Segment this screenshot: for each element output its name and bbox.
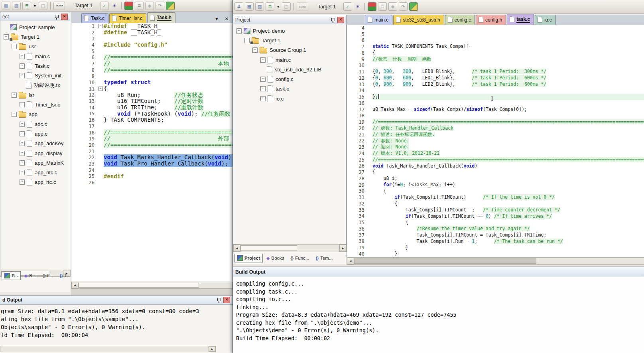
tree-item-config-c[interactable]: +config.c	[233, 74, 346, 84]
expander-expand-icon[interactable]: +	[260, 96, 266, 101]
tab-task-c[interactable]: Task.c	[81, 13, 108, 23]
scrollbar-thumb[interactable]	[79, 283, 199, 288]
stop-build-icon[interactable]	[282, 2, 291, 11]
scroll-left-icon[interactable]: ◄	[71, 282, 79, 288]
target-select[interactable]: Target 1	[318, 4, 343, 10]
batch-build-icon[interactable]	[22, 2, 31, 10]
expander-expand-icon[interactable]: +	[20, 131, 25, 136]
right-project-tree[interactable]: −Project: demo−Target 1−Source Group 1+m…	[233, 24, 347, 246]
tree-item-task-c[interactable]: +Task.c	[0, 61, 70, 71]
rebuild-icon[interactable]	[255, 2, 264, 11]
left-build-output-hscrollbar[interactable]: ►	[0, 346, 216, 352]
scroll-right-icon[interactable]: ►	[209, 346, 216, 352]
expander-expand-icon[interactable]: +	[260, 86, 266, 91]
panel-tab-p[interactable]: P...	[2, 271, 21, 280]
debug-icon[interactable]	[124, 2, 133, 10]
stack-icon[interactable]	[135, 2, 144, 10]
tree-item-app[interactable]: −app	[0, 110, 70, 119]
build-icon[interactable]	[245, 2, 254, 11]
expander-expand-icon[interactable]: +	[20, 63, 25, 69]
tab-timer-isr-c[interactable]: Timer_Isr.c	[109, 13, 146, 23]
diamond-icon[interactable]	[388, 2, 397, 11]
tree-item-target-1[interactable]: −Target 1	[0, 32, 70, 41]
stack-icon[interactable]	[378, 2, 387, 11]
caret-down-icon[interactable]	[33, 2, 37, 10]
expander-collapse-icon[interactable]: −	[236, 28, 242, 34]
undo-icon[interactable]	[156, 2, 164, 10]
diamond-icon[interactable]	[145, 2, 154, 10]
expander-collapse-icon[interactable]: −	[12, 112, 17, 117]
wand-icon[interactable]	[354, 3, 362, 10]
scrollbar-thumb[interactable]	[354, 258, 536, 264]
expander-collapse-icon[interactable]: −	[4, 34, 9, 39]
wand-icon[interactable]	[110, 2, 118, 10]
scrollbar-thumb[interactable]	[240, 245, 297, 251]
tree-item-target-1[interactable]: −Target 1	[233, 35, 346, 45]
panel-tab-b[interactable]: B...	[22, 272, 39, 280]
expander-expand-icon[interactable]: +	[260, 77, 266, 82]
tree-item-system-init[interactable]: +System_init.	[0, 71, 70, 80]
debug-icon[interactable]	[368, 2, 376, 11]
tree-item-adc-c[interactable]: +adc.c	[0, 119, 70, 129]
target-dropdown-icon[interactable]	[100, 2, 109, 10]
tab-stc32-stc8-usb-h[interactable]: stc32_stc8_usb.h	[393, 15, 444, 25]
tab-main-c[interactable]: main.c	[365, 15, 392, 25]
expander-collapse-icon[interactable]: −	[12, 93, 17, 98]
expander-expand-icon[interactable]: +	[20, 73, 25, 78]
close-document-icon[interactable]: ✕	[225, 16, 228, 22]
expander-collapse-icon[interactable]: −	[252, 47, 258, 53]
tree-item-task-c[interactable]: +task.c	[233, 84, 346, 94]
load-icon[interactable]	[53, 2, 65, 10]
scroll-left-icon[interactable]: ◄	[347, 258, 354, 264]
scroll-left-icon[interactable]: ◄	[233, 245, 240, 252]
expander-expand-icon[interactable]: +	[20, 141, 25, 146]
panel-tab-tem[interactable]: Tem...	[313, 254, 335, 262]
left-editor-hscrollbar[interactable]: ◄	[71, 282, 232, 289]
pack-installer-icon[interactable]	[409, 2, 418, 11]
scroll-right-icon[interactable]: ►	[339, 245, 347, 252]
tree-item-stc-usb-cdc-32-lib[interactable]: stc_usb_cdc_32.LIB	[233, 65, 346, 74]
tree-item-tx[interactable]: 功能说明.tx	[0, 81, 70, 90]
right-code-editor[interactable]: 4567static TASK_COMPONENTS Task_Comps[]=…	[347, 25, 644, 257]
tree-item-app-display[interactable]: +app_display	[0, 148, 70, 158]
tab-task-h[interactable]: Task.h	[147, 12, 175, 23]
expander-expand-icon[interactable]: +	[20, 102, 25, 107]
close-icon[interactable]	[337, 17, 344, 23]
expander-expand-icon[interactable]: +	[20, 151, 25, 156]
expander-expand-icon[interactable]: +	[20, 179, 25, 185]
translate-icon[interactable]	[234, 2, 243, 11]
tree-item-usr[interactable]: −usr	[0, 42, 70, 51]
left-project-tree[interactable]: Project: sample−Target 1−usr+main.c+Task…	[0, 21, 70, 270]
tree-item-project-demo[interactable]: −Project: demo	[233, 26, 346, 35]
close-icon[interactable]	[223, 297, 230, 303]
pin-icon[interactable]	[55, 14, 59, 20]
expander-expand-icon[interactable]: +	[20, 170, 25, 175]
undo-icon[interactable]	[399, 2, 408, 11]
right-editor-hscrollbar[interactable]: ◄	[347, 257, 644, 265]
tab-io-c[interactable]: io.c	[535, 15, 556, 25]
tree-item-app-c[interactable]: +app.c	[0, 129, 70, 138]
pack-installer-icon[interactable]	[166, 2, 175, 10]
tree-item-main-c[interactable]: +main.c	[0, 51, 70, 61]
fold-collapse-icon[interactable]: −	[98, 24, 103, 28]
tree-item-source-group-1[interactable]: −Source Group 1	[233, 45, 346, 55]
tree-item-io-c[interactable]: +io.c	[233, 94, 346, 103]
tab-config-c[interactable]: config.c	[445, 15, 475, 25]
tab-task-c[interactable]: task.c	[507, 14, 534, 25]
left-code-editor[interactable]: 1−#ifndef __TASK_H_2#define __TASK_H_34#…	[71, 23, 232, 282]
pin-icon[interactable]	[217, 298, 221, 303]
load-icon[interactable]	[297, 2, 308, 11]
tree-item-app-ntc-c[interactable]: +app_ntc.c	[0, 168, 70, 177]
rebuild-icon[interactable]	[12, 2, 21, 10]
tree-item-isr[interactable]: −isr	[0, 90, 70, 100]
tree-item-app-matrixk[interactable]: +app_MatrixK	[0, 158, 70, 168]
expander-expand-icon[interactable]: +	[260, 57, 266, 63]
expander-expand-icon[interactable]: +	[20, 160, 25, 166]
target-select[interactable]: Target 1	[75, 3, 99, 8]
caret-down-icon[interactable]	[276, 3, 280, 10]
tree-item-app-rtc-c[interactable]: +app_rtc.c	[0, 177, 70, 187]
stop-build-icon[interactable]	[39, 2, 47, 10]
tree-item-timer-isr-c[interactable]: +Timer_Isr.c	[0, 100, 70, 109]
tab-config-h[interactable]: config.h	[476, 15, 506, 25]
fold-collapse-icon[interactable]: −	[98, 87, 103, 91]
